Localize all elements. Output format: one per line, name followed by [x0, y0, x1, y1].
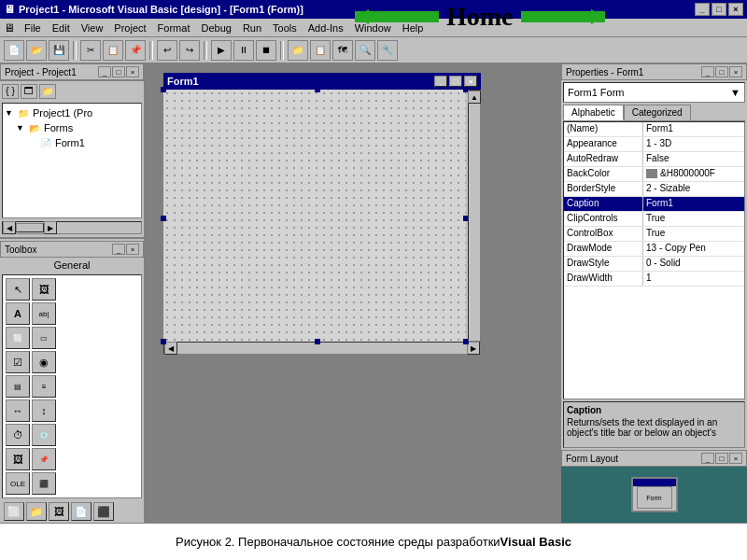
prop-autoredraw[interactable]: AutoRedraw False	[564, 152, 744, 167]
menu-debug[interactable]: Debug	[195, 21, 236, 35]
project-maximize[interactable]: □	[112, 66, 125, 77]
layout-minimize[interactable]: _	[701, 453, 714, 464]
scroll-thumb[interactable]	[16, 223, 44, 232]
minimize-button[interactable]: _	[695, 3, 710, 16]
handle-bl[interactable]	[161, 339, 166, 344]
handle-bm[interactable]	[315, 339, 320, 344]
tool-extra-4[interactable]: 📄	[71, 502, 92, 521]
tool-ole[interactable]: OLE	[6, 472, 30, 495]
project-close[interactable]: ×	[126, 66, 139, 77]
form-maximize-btn[interactable]: □	[449, 76, 462, 87]
handle-tl[interactable]	[161, 87, 166, 92]
props-minimize[interactable]: _	[701, 66, 714, 77]
tool-combobox[interactable]: ▤	[6, 375, 30, 398]
hscroll-right-btn[interactable]: ▶	[467, 342, 480, 355]
prop-drawstyle[interactable]: DrawStyle 0 - Solid	[564, 257, 744, 272]
handle-tm[interactable]	[315, 87, 320, 92]
tool-extra-5[interactable]: ⬛	[93, 502, 114, 521]
toolbar-save[interactable]: 💾	[49, 40, 69, 61]
tool-listbox[interactable]: ≡	[32, 375, 56, 398]
toolbar-pause[interactable]: ⏸	[233, 40, 254, 61]
menu-edit[interactable]: Edit	[47, 21, 76, 35]
menu-tools[interactable]: Tools	[267, 21, 303, 35]
tool-image[interactable]: 🖼	[6, 448, 30, 470]
tool-textbox[interactable]: ab|	[32, 302, 56, 325]
toolbar-toolbox[interactable]: 🔧	[377, 40, 398, 61]
toggle-folders-btn[interactable]: 📁	[39, 84, 56, 99]
properties-object-selector[interactable]: Form1 Form ▼	[563, 82, 745, 103]
toolbox-close[interactable]: ×	[126, 244, 139, 255]
view-code-btn[interactable]: { }	[2, 84, 19, 99]
toolbar-redo[interactable]: ↪	[179, 40, 200, 61]
tree-forms[interactable]: ▼ 📂 Forms	[5, 120, 139, 135]
view-object-btn[interactable]: 🗖	[21, 84, 37, 99]
toolbar-run[interactable]: ▶	[211, 40, 232, 61]
menu-project[interactable]: Project	[108, 21, 151, 35]
tool-extra-1[interactable]: ⬜	[4, 502, 24, 521]
props-maximize[interactable]: □	[715, 66, 728, 77]
tool-radio[interactable]: ◉	[32, 351, 56, 373]
menu-file[interactable]: File	[19, 21, 47, 35]
tool-data[interactable]: 📌	[32, 448, 56, 470]
project-minimize[interactable]: _	[98, 66, 111, 77]
tool-extra[interactable]: ⬛	[32, 472, 56, 495]
prop-caption[interactable]: Caption Form1	[564, 197, 744, 212]
tool-extra-2[interactable]: 📁	[26, 502, 47, 521]
toolbar-paste[interactable]: 📌	[125, 40, 146, 61]
form-scrollbar-v[interactable]: ▲	[468, 90, 481, 342]
tool-pointer[interactable]: ↖	[6, 278, 30, 301]
project-scrollbar-h[interactable]: ◀ ▶	[2, 221, 142, 234]
tool-extra-3[interactable]: 🖼	[49, 502, 69, 521]
prop-name[interactable]: (Name) Form1	[564, 122, 744, 137]
prop-backcolor[interactable]: BackColor &H8000000F	[564, 167, 744, 182]
prop-borderstyle[interactable]: BorderStyle 2 - Sizable	[564, 182, 744, 197]
form-scrollbar-h[interactable]: ◀ ▶	[163, 342, 481, 355]
form-body[interactable]	[163, 90, 466, 342]
tree-project[interactable]: ▼ 📁 Project1 (Pro	[5, 105, 139, 120]
toolbar-object-browser[interactable]: 🔍	[355, 40, 375, 61]
menu-run[interactable]: Run	[237, 21, 267, 35]
tool-label[interactable]: A	[6, 302, 30, 325]
scroll-left-btn[interactable]: ◀	[3, 221, 16, 234]
handle-ml[interactable]	[161, 216, 166, 221]
tab-alphabetic[interactable]: Alphabetic	[563, 105, 624, 120]
scroll-right-btn[interactable]: ▶	[44, 221, 57, 234]
tool-drivelist[interactable]: 💿	[32, 424, 56, 446]
tab-categorized[interactable]: Categorized	[624, 105, 691, 120]
toolbar-cut[interactable]: ✂	[80, 40, 101, 61]
close-button[interactable]: ×	[728, 3, 743, 16]
toolbar-form-layout[interactable]: 🗺	[332, 40, 353, 61]
prop-appearance[interactable]: Appearance 1 - 3D	[564, 137, 744, 152]
hscroll-left-btn[interactable]: ◀	[164, 342, 177, 355]
tool-hscroll[interactable]: ↔	[6, 399, 30, 422]
toolbar-open[interactable]: 📂	[26, 40, 47, 61]
prop-controlbox[interactable]: ControlBox True	[564, 227, 744, 242]
menu-view[interactable]: View	[76, 21, 109, 35]
props-close[interactable]: ×	[729, 66, 742, 77]
toolbar-proj-explorer[interactable]: 📁	[288, 40, 308, 61]
toolbar-new[interactable]: 📄	[4, 40, 24, 61]
tool-picture[interactable]: 🖼	[32, 278, 56, 301]
toolbar-properties[interactable]: 📋	[310, 40, 331, 61]
prop-clipcontrols[interactable]: ClipControls True	[564, 212, 744, 227]
toolbox-minimize[interactable]: _	[112, 244, 125, 255]
tree-form1[interactable]: 📄 Form1	[5, 135, 139, 150]
prop-drawmode[interactable]: DrawMode 13 - Copy Pen	[564, 242, 744, 257]
toolbar-undo[interactable]: ↩	[157, 40, 177, 61]
toolbar-stop[interactable]: ⏹	[256, 40, 276, 61]
maximize-button[interactable]: □	[712, 3, 726, 16]
prop-drawwidth[interactable]: DrawWidth 1	[564, 272, 744, 287]
form-close-btn[interactable]: ×	[464, 76, 477, 87]
toolbar-copy[interactable]: 📋	[103, 40, 123, 61]
menu-format[interactable]: Format	[152, 21, 196, 35]
tool-frame[interactable]: ⬜	[6, 327, 30, 349]
form-minimize-btn[interactable]: _	[434, 76, 447, 87]
tool-button[interactable]: ▭	[32, 327, 56, 349]
layout-maximize[interactable]: □	[715, 453, 728, 464]
tool-checkbox[interactable]: ☑	[6, 351, 30, 373]
tool-vscroll[interactable]: ↕	[32, 399, 56, 422]
layout-close[interactable]: ×	[729, 453, 742, 464]
tool-timer[interactable]: ⏱	[6, 424, 30, 446]
menu-addins[interactable]: Add-Ins	[303, 21, 349, 35]
vscroll-up-btn[interactable]: ▲	[468, 91, 481, 104]
